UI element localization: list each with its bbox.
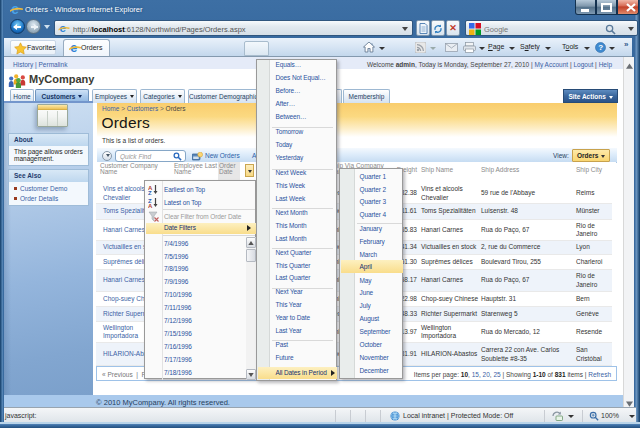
svg-text:?: ? [598,43,603,52]
svg-text:Z: Z [148,190,152,195]
svg-text:A: A [148,203,153,208]
